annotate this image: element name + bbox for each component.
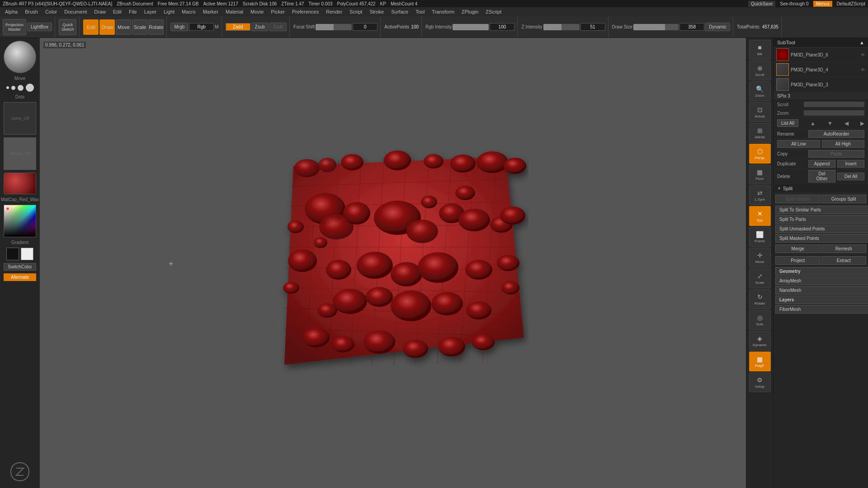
rail-btn-solo[interactable]: ◎Solo — [749, 310, 771, 330]
switch-color-btn[interactable]: SwitchColor — [4, 263, 36, 271]
rail-btn-move_rail[interactable]: ✛Move — [749, 248, 771, 267]
project-btn[interactable]: Project — [775, 256, 821, 265]
del-other-btn[interactable]: Del Other — [808, 170, 835, 183]
subtool-item-0[interactable]: PM3D_Plane3D_6 👁 — [774, 47, 868, 62]
split-hidden-btn[interactable]: Split Hidden — [775, 195, 821, 203]
texture-preview[interactable]: Texture_Off — [4, 137, 36, 170]
menu-item-brush[interactable]: Brush — [22, 8, 41, 15]
menu-item-surface[interactable]: Surface — [388, 8, 411, 15]
canvas-area[interactable]: + 0.986, 0.272, 0.061 — [40, 38, 746, 488]
fibermesh-btn[interactable]: FiberMesh — [775, 305, 868, 314]
edit-btn[interactable]: Edit — [83, 19, 99, 35]
move-btn[interactable]: Move — [116, 19, 131, 35]
rail-btn-blit[interactable]: ■Blit — [749, 40, 771, 60]
dynamic-btn[interactable]: Dynamic — [705, 23, 730, 31]
autoreorder-btn[interactable]: AutoReorder — [808, 130, 864, 138]
rgb-val[interactable]: Rgb — [189, 23, 214, 31]
groups-split-btn[interactable]: Groups Split — [821, 195, 867, 203]
menu-item-zplugin[interactable]: ZPlugin — [458, 8, 481, 15]
all-high-btn[interactable]: All High — [822, 140, 865, 148]
scroll-slider[interactable] — [804, 102, 864, 107]
draw-size-val[interactable]: 358 — [679, 23, 704, 31]
rail-btn-persp[interactable]: ⬡Persp — [749, 144, 771, 164]
menu-item-layer[interactable]: Layer — [141, 8, 160, 15]
split-masked-btn[interactable]: Split Masked Points — [775, 234, 868, 243]
all-low-btn[interactable]: All Low — [777, 140, 820, 148]
rail-btn-floor[interactable]: ▦Floor — [749, 164, 771, 184]
focal-val[interactable]: 0 — [353, 23, 377, 31]
menu-item-material[interactable]: Material — [222, 8, 246, 15]
remesh-btn[interactable]: Remesh — [821, 244, 867, 253]
menu-item-transform[interactable]: Transform — [429, 8, 458, 15]
rail-btn-frame[interactable]: ⬜Frame — [749, 227, 771, 247]
split-unmasked-btn[interactable]: Split Unmasked Points — [775, 225, 868, 233]
menu-item-draw[interactable]: Draw — [91, 8, 109, 15]
menu-item-preferences[interactable]: Preferences — [289, 8, 322, 15]
rail-btn-polyf[interactable]: ▦PolyF — [749, 352, 771, 371]
rail-btn-scroll[interactable]: ⊕Scroll — [749, 61, 771, 80]
rail-btn-actual[interactable]: ⊡Actual — [749, 102, 771, 122]
projection-master-btn[interactable]: Projection Master — [3, 19, 26, 35]
alternate-btn[interactable]: Alternate — [4, 273, 36, 281]
menu-item-stroke[interactable]: Stroke — [366, 8, 387, 15]
menu-item-picker[interactable]: Picker — [268, 8, 288, 15]
subtool-item-1[interactable]: PM3D_Plane3D_4 👁 — [774, 62, 868, 77]
layers-btn[interactable]: Layers — [775, 296, 868, 304]
menus-btn[interactable]: Menus — [813, 1, 832, 7]
subtool-eye-1[interactable]: 👁 — [861, 67, 865, 72]
quicksave-btn[interactable]: QuickSave — [748, 1, 775, 7]
split-similar-btn[interactable]: Split To Similar Parts — [775, 206, 868, 214]
menu-item-tool[interactable]: Tool — [412, 8, 428, 15]
spix-header[interactable]: SPix 3 — [774, 92, 868, 100]
rail-btn-dynamic2[interactable]: ◈Dynamic — [749, 331, 771, 351]
grad-white[interactable] — [21, 248, 33, 260]
arraymesh-btn[interactable]: ArrayMesh — [775, 277, 868, 285]
material-swatch[interactable] — [4, 173, 36, 194]
arrow-right[interactable]: ▶ — [860, 120, 864, 127]
insert-btn[interactable]: Insert — [837, 160, 864, 168]
menu-item-alpha[interactable]: Alpha — [2, 8, 21, 15]
menu-item-movie[interactable]: Movie — [247, 8, 267, 15]
rgb-int-val[interactable]: 100 — [490, 23, 514, 31]
extract-btn[interactable]: Extract — [821, 256, 867, 265]
menu-item-macro[interactable]: Macro — [179, 8, 199, 15]
mrgb-btn[interactable]: Mrgb — [170, 23, 188, 31]
menu-item-document[interactable]: Document — [61, 8, 90, 15]
mesh-viewport[interactable] — [257, 143, 528, 383]
geometry-btn[interactable]: Geometry — [775, 267, 868, 276]
scale-btn[interactable]: Scale — [132, 19, 147, 35]
color-picker[interactable] — [4, 205, 36, 237]
rgb-int-slider[interactable] — [453, 24, 489, 30]
split-to-parts-btn[interactable]: Split To Parts — [775, 215, 868, 224]
list-all-btn[interactable]: List All — [777, 119, 798, 127]
z-int-val[interactable]: 51 — [580, 23, 605, 31]
del-all-btn[interactable]: Del All — [837, 173, 864, 180]
subtool-item-2[interactable]: PM3D_Plane3D_3 — [774, 77, 868, 92]
menu-item-light[interactable]: Light — [160, 8, 178, 15]
split-header[interactable]: ▼ Split — [774, 184, 868, 193]
rail-btn-local[interactable]: ⇄L.Sym — [749, 185, 771, 205]
brush-preview[interactable] — [4, 41, 36, 73]
rotate-btn[interactable]: Rotate — [148, 19, 164, 35]
lightbox-btn[interactable]: LightBox — [27, 23, 52, 31]
rail-btn-rotate_rail[interactable]: ↻Rotate — [749, 289, 771, 309]
merge-btn[interactable]: Merge — [775, 244, 821, 253]
zoom-slider[interactable] — [804, 110, 864, 116]
menu-item-script[interactable]: Script — [346, 8, 365, 15]
menu-item-render[interactable]: Render — [323, 8, 345, 15]
zsub2-btn[interactable]: Zsub — [269, 23, 287, 31]
rail-btn-xyz[interactable]: ✕Xyz — [749, 206, 771, 226]
arrow-up[interactable]: ▲ — [810, 120, 816, 127]
rail-btn-zoom[interactable]: 🔍Zoom — [749, 81, 771, 101]
seethrough-label[interactable]: See-through 0 — [780, 1, 808, 6]
menu-item-edit[interactable]: Edit — [110, 8, 125, 15]
menu-item-color[interactable]: Color — [42, 8, 60, 15]
menu-item-marker[interactable]: Marker — [200, 8, 222, 15]
rail-btn-scale_rail[interactable]: ⤢Scale — [749, 268, 771, 288]
menu-item-file[interactable]: File — [126, 8, 140, 15]
quick-sketch-btn[interactable]: Quick Sketch — [59, 19, 77, 35]
menu-item-zscript[interactable]: ZScript — [482, 8, 505, 15]
rail-btn-setup[interactable]: ⚙Setup — [749, 372, 771, 392]
focal-slider[interactable] — [316, 24, 352, 30]
zadd-btn[interactable]: Zadd — [226, 23, 250, 31]
